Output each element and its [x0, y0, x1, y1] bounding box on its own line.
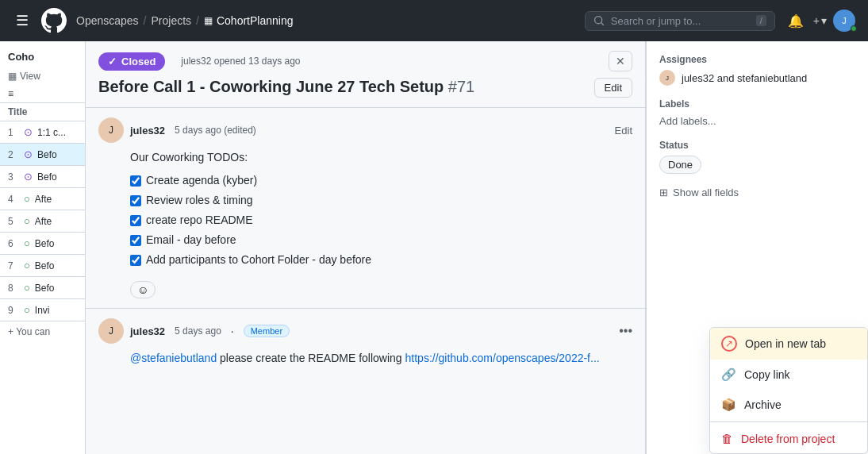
- todo-item-1: Create agenda (kyber): [130, 172, 632, 189]
- right-sidebar: Assignees J jules32 and stefaniebutland …: [646, 41, 868, 454]
- add-row-button[interactable]: + You can: [0, 321, 85, 342]
- table-icon: ▦: [204, 15, 213, 26]
- open-icon: ○: [24, 193, 30, 205]
- open-icon: ○: [24, 215, 30, 227]
- labels-section: Labels Add labels...: [659, 98, 855, 127]
- show-all-fields-button[interactable]: ⊞ Show all fields: [659, 187, 739, 198]
- todo-checkbox-3[interactable]: [130, 215, 141, 226]
- comment-1: J jules32 5 days ago (edited) Edit Our C…: [86, 108, 645, 309]
- assignee-row: J jules32 and stefaniebutland: [659, 70, 855, 86]
- comment-2-menu-button[interactable]: •••: [619, 324, 632, 338]
- sidebar-row-9[interactable]: 9 ○ Invi: [0, 299, 85, 321]
- nav-icons: 🔔 + ▾ J: [785, 10, 855, 32]
- copy-link-icon: 🔗: [721, 367, 736, 382]
- todo-item-4: Email - day before: [130, 232, 632, 248]
- filter-row: ≡: [0, 85, 85, 103]
- user-avatar[interactable]: J: [833, 10, 855, 32]
- comment-2: J jules32 5 days ago · Member ••• @stefa…: [86, 309, 645, 376]
- member-badge: Member: [244, 325, 290, 337]
- done-icon: ⊙: [24, 171, 33, 183]
- comment-1-avatar: J: [98, 117, 124, 143]
- issue-status-badge: ✓ Closed: [98, 52, 165, 71]
- delete-item[interactable]: 🗑 Delete from project: [710, 424, 867, 453]
- emoji-button[interactable]: ☺: [130, 281, 156, 298]
- status-check-icon: ✓: [108, 56, 117, 67]
- top-navigation: ☰ Openscapes / Projects / ▦ CohortPlanni…: [0, 0, 868, 41]
- todo-item-2: Review roles & timing: [130, 192, 632, 209]
- context-menu-divider: [710, 421, 867, 422]
- todo-checkbox-5[interactable]: [130, 255, 141, 266]
- comment-1-edit-button[interactable]: Edit: [615, 125, 632, 137]
- copy-link-item[interactable]: 🔗 Copy link: [710, 360, 867, 390]
- todo-checkbox-1[interactable]: [130, 175, 141, 187]
- hamburger-button[interactable]: ☰: [13, 9, 32, 33]
- comment-2-time: 5 days ago: [175, 325, 221, 337]
- assignee-avatar: J: [659, 70, 675, 86]
- sidebar-row-6[interactable]: 6 ○ Befo: [0, 233, 85, 255]
- todo-list: Create agenda (kyber) Review roles & tim…: [130, 172, 632, 268]
- search-input[interactable]: [611, 15, 750, 27]
- comment-1-body: Our Coworking TODOs: Create agenda (kybe…: [130, 149, 632, 268]
- show-fields-icon: ⊞: [659, 187, 668, 198]
- search-box[interactable]: /: [585, 11, 775, 31]
- assignee-names: jules32 and stefaniebutland: [682, 72, 807, 84]
- assignees-label: Assignees: [659, 54, 855, 65]
- issue-edit-button[interactable]: Edit: [594, 78, 632, 98]
- open-icon: ○: [24, 282, 30, 294]
- status-value: Done: [659, 156, 701, 174]
- context-menu: ↗ Open in new tab 🔗 Copy link 📦 Archive …: [709, 327, 868, 454]
- table-view-icon: ▦: [8, 71, 17, 82]
- create-button[interactable]: + ▾: [813, 14, 827, 27]
- sidebar-row-4[interactable]: 4 ○ Afte: [0, 188, 85, 210]
- status-label: Status: [659, 140, 855, 151]
- open-new-tab-item[interactable]: ↗ Open in new tab: [710, 328, 867, 360]
- sidebar-row-5[interactable]: 5 ○ Afte: [0, 210, 85, 233]
- comment-2-author: jules32: [130, 325, 165, 337]
- sidebar-row-1[interactable]: 1 ⊙ 1:1 c...: [0, 121, 85, 144]
- search-icon: [593, 15, 605, 26]
- title-column-header: Title: [0, 103, 85, 121]
- issue-header-bar: ✓ Closed jules32 opened 13 days ago ✕: [86, 41, 645, 78]
- status-section: Status Done: [659, 140, 855, 174]
- open-icon: ○: [24, 260, 30, 271]
- view-button[interactable]: ▦ View: [0, 67, 85, 85]
- readme-link[interactable]: https://github.com/openscapes/2022-f...: [405, 352, 600, 364]
- copy-link-label: Copy link: [744, 368, 790, 381]
- sidebar-row-2[interactable]: 2 ⊙ Befo: [0, 144, 85, 166]
- projects-link[interactable]: Projects: [152, 14, 192, 27]
- issue-opened: opened 13 days ago: [214, 56, 301, 67]
- todo-checkbox-2[interactable]: [130, 195, 141, 206]
- github-logo: [41, 8, 67, 33]
- notifications-button[interactable]: 🔔: [785, 10, 807, 32]
- left-sidebar: Coho ▦ View ≡ Title 1 ⊙ 1:1 c... 2 ⊙ Bef…: [0, 41, 86, 454]
- add-labels-button[interactable]: Add labels...: [659, 115, 716, 127]
- mention: @stefaniebutland: [130, 352, 217, 364]
- sidebar-row-3[interactable]: 3 ⊙ Befo: [0, 166, 85, 188]
- comment-1-intro: Our Coworking TODOs:: [130, 149, 632, 166]
- main-layout: Coho ▦ View ≡ Title 1 ⊙ 1:1 c... 2 ⊙ Bef…: [0, 41, 868, 454]
- sidebar-row-7[interactable]: 7 ○ Befo: [0, 255, 85, 277]
- todo-checkbox-4[interactable]: [130, 235, 141, 246]
- archive-label: Archive: [744, 398, 782, 411]
- comment-1-header: J jules32 5 days ago (edited) Edit: [98, 117, 632, 143]
- comment-1-author-info: J jules32 5 days ago (edited): [98, 117, 256, 143]
- close-panel-button[interactable]: ✕: [609, 51, 632, 71]
- issue-number: #71: [448, 78, 474, 95]
- open-icon: ○: [24, 237, 30, 249]
- open-new-tab-icon: ↗: [721, 336, 737, 352]
- org-link[interactable]: Openscapes: [76, 14, 139, 27]
- status-label: Closed: [121, 56, 156, 67]
- todo-item-5: Add participants to Cohort Folder - day …: [130, 252, 632, 268]
- assignees-section: Assignees J jules32 and stefaniebutland: [659, 54, 855, 86]
- open-new-tab-label: Open in new tab: [745, 337, 826, 350]
- archive-item[interactable]: 📦 Archive: [710, 390, 867, 420]
- breadcrumb: Openscapes / Projects / ▦ CohortPlanning: [76, 14, 293, 27]
- comment-2-author-info: J jules32 5 days ago · Member: [98, 318, 290, 344]
- done-icon: ⊙: [24, 126, 33, 138]
- sidebar-title: Coho: [0, 41, 85, 67]
- comment-1-time: 5 days ago (edited): [175, 125, 256, 136]
- delete-icon: 🗑: [721, 432, 733, 445]
- sidebar-row-8[interactable]: 8 ○ Befo: [0, 277, 85, 299]
- todo-item-3: create repo README: [130, 212, 632, 229]
- done-icon: ⊙: [24, 148, 33, 160]
